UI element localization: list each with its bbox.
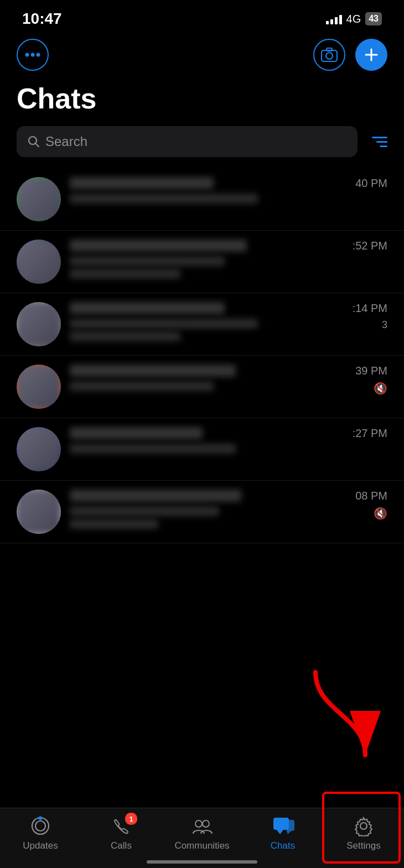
- battery-indicator: 43: [365, 12, 382, 25]
- camera-button[interactable]: [313, 39, 345, 71]
- avatar: [17, 177, 61, 221]
- chat-item[interactable]: 40 PM: [0, 168, 404, 231]
- svg-point-14: [195, 820, 202, 827]
- network-label: 4G: [346, 13, 361, 25]
- nav-item-updates[interactable]: Updates: [0, 815, 81, 851]
- chats-icon: [271, 815, 294, 836]
- chat-right: 08 PM 🔇: [338, 490, 387, 520]
- chat-message-blur-2: [70, 269, 180, 279]
- status-time: 10:47: [22, 10, 62, 28]
- chat-right: :52 PM: [338, 240, 387, 252]
- more-icon: [25, 53, 40, 57]
- chat-item[interactable]: 39 PM 🔇: [0, 356, 404, 418]
- chat-right: 40 PM: [338, 177, 387, 190]
- mute-icon: 🔇: [374, 507, 387, 520]
- chat-time: :52 PM: [353, 240, 387, 252]
- chat-badge: 3: [382, 319, 387, 331]
- nav-label-chats: Chats: [271, 840, 295, 851]
- chat-right: :27 PM: [338, 427, 387, 440]
- chat-content: [70, 490, 329, 532]
- camera-icon: [321, 48, 338, 62]
- chat-name-blur: [70, 365, 236, 377]
- home-indicator: [147, 860, 257, 864]
- signal-bars-icon: [326, 13, 342, 24]
- nav-label-updates: Updates: [23, 840, 58, 851]
- chat-content: [70, 177, 329, 206]
- nav-item-communities[interactable]: Communities: [162, 815, 242, 851]
- filter-line-3: [380, 145, 387, 147]
- nav-icon-wrap-chats: [269, 815, 297, 837]
- avatar: [17, 490, 61, 534]
- header: [0, 33, 404, 79]
- nav-icon-wrap-communities: [188, 815, 216, 837]
- svg-point-0: [25, 53, 29, 57]
- chat-content: [70, 240, 329, 282]
- status-icons: 4G 43: [326, 12, 382, 25]
- bottom-nav: Updates 1 Calls Communities: [0, 808, 404, 868]
- avatar: [17, 365, 61, 409]
- new-chat-button[interactable]: [355, 39, 387, 71]
- chat-time: 08 PM: [355, 490, 387, 502]
- chat-time: :14 PM: [353, 302, 387, 315]
- nav-icon-wrap-calls: 1: [107, 815, 135, 837]
- chat-name-blur: [70, 427, 203, 439]
- chat-time: 40 PM: [355, 177, 387, 190]
- search-placeholder: Search: [45, 134, 87, 149]
- chat-name-blur: [70, 240, 247, 252]
- updates-icon: [30, 815, 51, 836]
- nav-label-communities: Communities: [174, 840, 229, 851]
- chat-item[interactable]: :27 PM: [0, 418, 404, 481]
- chat-message-blur: [70, 381, 214, 391]
- nav-label-settings: Settings: [346, 840, 380, 851]
- chat-message-blur: [70, 319, 258, 329]
- chat-name-blur: [70, 490, 241, 502]
- settings-icon: [353, 815, 374, 836]
- filter-button[interactable]: [366, 131, 387, 152]
- avatar: [17, 427, 61, 471]
- search-bar[interactable]: Search: [17, 126, 358, 157]
- chat-message-blur: [70, 194, 258, 204]
- nav-icon-wrap-settings: [350, 815, 377, 837]
- avatar: [17, 240, 61, 284]
- search-container: Search: [0, 126, 404, 157]
- chat-time: 39 PM: [355, 365, 387, 377]
- chat-item[interactable]: :52 PM: [0, 231, 404, 293]
- chat-message-blur-2: [70, 519, 158, 529]
- svg-point-12: [35, 821, 45, 831]
- status-bar: 10:47 4G 43: [0, 0, 404, 33]
- chat-time: :27 PM: [353, 427, 387, 440]
- page-title: Chats: [0, 79, 404, 126]
- chat-name-blur: [70, 177, 214, 189]
- avatar: [17, 302, 61, 346]
- chat-list: 40 PM :52 PM :14 PM 3: [0, 168, 404, 543]
- chat-right: 39 PM 🔇: [338, 365, 387, 395]
- more-button[interactable]: [17, 39, 49, 71]
- chat-content: [70, 302, 329, 344]
- chat-right: :14 PM 3: [338, 302, 387, 331]
- nav-item-calls[interactable]: 1 Calls: [81, 815, 162, 851]
- mute-icon: 🔇: [374, 382, 387, 395]
- chat-content: [70, 427, 329, 456]
- nav-item-settings[interactable]: Settings: [323, 815, 404, 851]
- svg-point-13: [39, 817, 43, 820]
- svg-point-1: [31, 53, 35, 57]
- search-icon: [28, 136, 40, 148]
- svg-point-16: [360, 823, 367, 829]
- arrow-overlay: [299, 667, 387, 768]
- chat-message-blur: [70, 256, 225, 266]
- header-right: [313, 39, 387, 71]
- nav-item-chats[interactable]: Chats: [242, 815, 323, 851]
- communities-icon: [191, 816, 213, 836]
- chat-message-blur: [70, 506, 219, 516]
- chat-message-blur: [70, 444, 236, 454]
- svg-rect-5: [327, 48, 332, 51]
- calls-badge: 1: [125, 813, 137, 825]
- chat-item[interactable]: :14 PM 3: [0, 293, 404, 356]
- chat-name-blur: [70, 302, 225, 314]
- chat-message-blur-2: [70, 331, 180, 341]
- svg-point-2: [37, 53, 40, 57]
- chat-item[interactable]: 08 PM 🔇: [0, 481, 404, 543]
- filter-line-1: [372, 137, 387, 138]
- svg-point-15: [203, 820, 209, 827]
- svg-point-4: [326, 53, 333, 59]
